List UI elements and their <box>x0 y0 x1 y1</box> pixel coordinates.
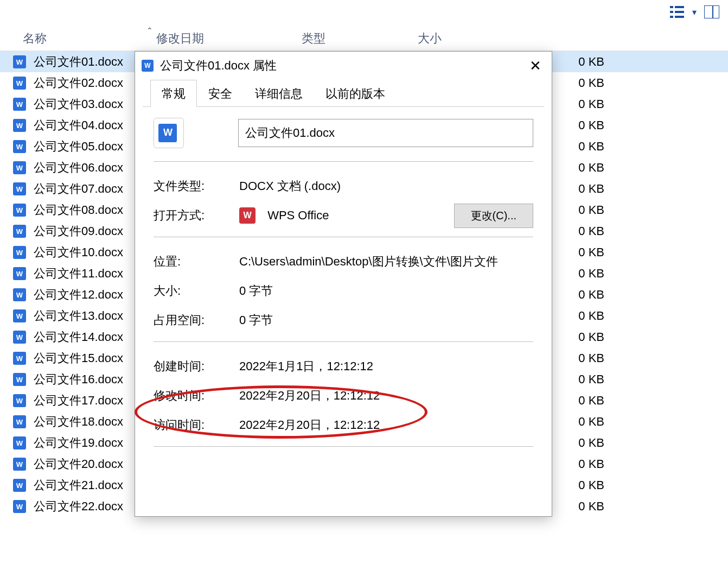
docx-icon <box>13 225 26 238</box>
divider <box>154 341 533 342</box>
file-size: 0 KB <box>552 161 604 175</box>
file-size: 0 KB <box>552 55 604 69</box>
created-value: 2022年1月1日，12:12:12 <box>239 358 533 375</box>
file-type-value: DOCX 文档 (.docx) <box>239 178 533 194</box>
sort-indicator-icon: ⌃ <box>146 26 153 50</box>
docx-icon <box>13 140 26 153</box>
docx-icon <box>13 204 26 217</box>
docx-icon <box>13 182 26 195</box>
svg-rect-4 <box>670 16 673 18</box>
open-with-app-name: WPS Office <box>267 208 329 222</box>
view-dropdown-arrow-icon[interactable]: ▾ <box>692 7 697 17</box>
modified-label: 修改时间: <box>154 388 239 404</box>
filename-input[interactable] <box>238 119 533 147</box>
row-accessed: 访问时间: 2022年2月20日，12:12:12 <box>154 410 533 440</box>
divider <box>154 446 533 447</box>
close-button[interactable]: ✕ <box>522 55 548 77</box>
location-label: 位置: <box>154 254 239 270</box>
open-with-label: 打开方式: <box>154 207 239 224</box>
size-on-disk-value: 0 字节 <box>239 312 533 328</box>
file-size: 0 KB <box>552 436 604 450</box>
wps-icon: W <box>239 207 256 224</box>
file-size: 0 KB <box>552 415 604 429</box>
docx-icon <box>13 288 26 301</box>
accessed-value: 2022年2月20日，12:12:12 <box>239 417 533 433</box>
tab-details[interactable]: 详细信息 <box>244 80 314 107</box>
file-size: 0 KB <box>552 478 604 492</box>
docx-icon <box>13 246 26 259</box>
file-size: 0 KB <box>552 309 604 323</box>
column-headers: 名称 ⌃ 修改日期 类型 大小 <box>0 26 728 51</box>
size-value: 0 字节 <box>239 283 533 299</box>
file-size: 0 KB <box>552 288 604 302</box>
docx-icon <box>13 436 26 449</box>
file-large-icon <box>154 118 184 148</box>
change-button[interactable]: 更改(C)... <box>454 204 533 228</box>
column-modified[interactable]: 修改日期 <box>153 26 298 50</box>
file-size: 0 KB <box>552 118 604 132</box>
size-on-disk-label: 占用空间: <box>154 312 239 328</box>
dialog-body: 文件类型: DOCX 文档 (.docx) 打开方式: W WPS Office… <box>135 107 552 516</box>
svg-rect-2 <box>670 11 673 13</box>
explorer-toolbar: ▾ <box>661 0 728 24</box>
svg-rect-1 <box>675 6 684 8</box>
row-file-type: 文件类型: DOCX 文档 (.docx) <box>154 172 533 201</box>
file-size: 0 KB <box>552 224 604 238</box>
tab-security[interactable]: 安全 <box>197 80 244 107</box>
view-list-icon[interactable] <box>668 3 686 21</box>
column-size[interactable]: 大小 <box>414 26 507 50</box>
docx-icon <box>13 161 26 174</box>
docx-icon <box>13 55 26 68</box>
file-size: 0 KB <box>552 457 604 471</box>
file-size: 0 KB <box>552 394 604 408</box>
column-name-label: 名称 <box>23 30 47 47</box>
location-value: C:\Users\admin\Desktop\图片转换\文件\图片文件 <box>239 254 533 270</box>
created-label: 创建时间: <box>154 358 239 375</box>
accessed-label: 访问时间: <box>154 417 239 433</box>
tab-strip: 常规 安全 详细信息 以前的版本 <box>143 80 544 107</box>
divider <box>154 161 533 162</box>
docx-icon <box>13 309 26 322</box>
docx-icon <box>13 415 26 428</box>
row-created: 创建时间: 2022年1月1日，12:12:12 <box>154 352 533 381</box>
docx-icon <box>13 458 26 471</box>
docx-icon <box>13 119 26 132</box>
file-size: 0 KB <box>552 372 604 387</box>
docx-icon <box>13 352 26 365</box>
file-type-label: 文件类型: <box>154 178 239 194</box>
svg-rect-5 <box>675 16 684 18</box>
dialog-title-bar[interactable]: 公司文件01.docx 属性 ✕ <box>135 52 552 80</box>
svg-rect-3 <box>675 11 684 13</box>
tab-general[interactable]: 常规 <box>150 80 197 107</box>
preview-pane-icon[interactable] <box>703 3 720 21</box>
row-modified: 修改时间: 2022年2月20日，12:12:12 <box>154 381 533 410</box>
dialog-title: 公司文件01.docx 属性 <box>160 58 522 74</box>
row-location: 位置: C:\Users\admin\Desktop\图片转换\文件\图片文件 <box>154 247 533 276</box>
docx-icon <box>13 479 26 492</box>
docx-icon <box>13 331 26 344</box>
docx-icon <box>13 373 26 386</box>
modified-value: 2022年2月20日，12:12:12 <box>239 388 533 404</box>
file-size: 0 KB <box>552 267 604 281</box>
properties-dialog: 公司文件01.docx 属性 ✕ 常规 安全 详细信息 以前的版本 文件类型: … <box>135 51 552 517</box>
docx-icon <box>13 394 26 407</box>
docx-icon <box>13 500 26 513</box>
size-label: 大小: <box>154 283 239 299</box>
file-size: 0 KB <box>552 351 604 365</box>
file-size: 0 KB <box>552 203 604 217</box>
open-with-value: W WPS Office <box>239 207 454 224</box>
docx-icon <box>142 60 154 72</box>
file-size: 0 KB <box>552 330 604 344</box>
column-type[interactable]: 类型 <box>298 26 414 50</box>
svg-rect-6 <box>704 5 719 18</box>
row-size: 大小: 0 字节 <box>154 276 533 306</box>
svg-rect-0 <box>670 6 673 8</box>
tab-previous-versions[interactable]: 以前的版本 <box>314 80 397 107</box>
file-size: 0 KB <box>552 245 604 259</box>
row-size-on-disk: 占用空间: 0 字节 <box>154 306 533 335</box>
filename-row <box>154 118 533 148</box>
file-size: 0 KB <box>552 182 604 196</box>
docx-icon <box>13 267 26 280</box>
file-size: 0 KB <box>552 97 604 111</box>
docx-icon <box>13 98 26 111</box>
